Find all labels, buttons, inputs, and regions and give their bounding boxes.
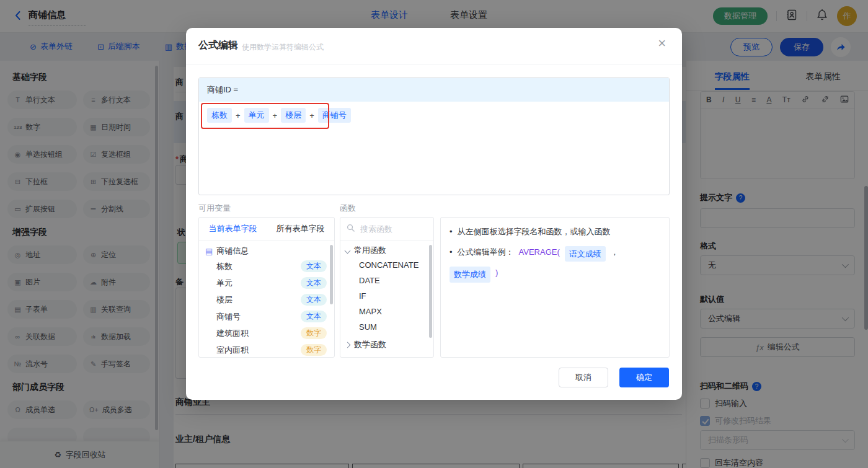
function-item[interactable]: DATE [340, 273, 433, 288]
modal-subtitle: 使用数学运算符编辑公式 [242, 42, 324, 53]
formula-edit-modal: 公式编辑 使用数学运算符编辑公式 × 商铺ID = 栋数 + 单元 + 楼层 +… [186, 28, 682, 400]
plus-operator: + [309, 111, 314, 120]
variables-group-row[interactable]: ▤ 商铺信息 [199, 241, 334, 258]
function-item[interactable]: CONCATENATE [340, 257, 433, 273]
functions-label: 函数 [340, 203, 356, 214]
help-tip-1: • 从左侧面板选择字段名和函数，或输入函数 [441, 218, 669, 238]
formula-target-label: 商铺ID = [207, 84, 238, 95]
function-search-input[interactable] [359, 224, 423, 234]
type-badge: 数字 [301, 327, 327, 339]
plus-operator: + [273, 111, 278, 120]
example-arg-chip: 数学成绩 [450, 267, 490, 283]
tab-current-form-fields[interactable]: 当前表单字段 [199, 218, 267, 240]
chevron-down-icon [345, 247, 351, 254]
variables-tabs: 当前表单字段 所有表单字段 [199, 218, 334, 241]
divider [186, 64, 682, 64]
type-badge: 数字 [301, 344, 327, 356]
type-badge: 文本 [301, 277, 327, 289]
example-function-name: AVERAGE( [519, 246, 560, 258]
functions-scrollbar[interactable] [429, 245, 432, 338]
variables-scrollbar[interactable] [330, 245, 333, 304]
functions-panel: 常用函数 CONCATENATE DATE IF MAPX SUM 数学函数 文… [340, 217, 434, 358]
function-group-math[interactable]: 数学函数 [340, 335, 433, 351]
formula-target-band: 商铺ID = [199, 78, 669, 102]
chevron-right-icon [345, 342, 351, 348]
confirm-button[interactable]: 确定 [619, 368, 669, 387]
variables-label: 可用变量 [198, 203, 231, 214]
plus-operator: + [236, 111, 241, 120]
formula-token[interactable]: 单元 [244, 108, 269, 123]
type-badge: 文本 [301, 260, 327, 272]
function-item[interactable]: MAPX [340, 304, 433, 319]
variable-row[interactable]: 楼层文本 [199, 291, 334, 308]
formula-editor-box[interactable]: 商铺ID = 栋数 + 单元 + 楼层 + 商铺号 [198, 77, 670, 195]
variable-row[interactable]: 建筑面积数字 [199, 325, 334, 342]
document-icon: ▤ [205, 247, 213, 256]
function-group-common[interactable]: 常用函数 [340, 241, 433, 257]
example-arg-chip: 语文成绩 [565, 246, 606, 262]
function-item[interactable]: SUM [340, 319, 433, 335]
formula-token[interactable]: 栋数 [207, 108, 232, 123]
formula-token[interactable]: 楼层 [281, 108, 306, 123]
variable-row[interactable]: 商铺号文本 [199, 308, 334, 325]
app: 商铺信息 表单设计 表单设置 数据管理 作 ⊘ 表单外链 ⊡ [0, 0, 868, 468]
close-icon[interactable]: × [658, 37, 666, 50]
variable-row[interactable]: 栋数文本 [199, 258, 334, 275]
formula-token[interactable]: 商铺号 [318, 108, 351, 123]
help-tip-2: • 公式编辑举例： AVERAGE( 语文成绩 ， 数学成绩 ) [441, 238, 669, 283]
type-badge: 文本 [301, 311, 327, 322]
function-item[interactable]: IF [340, 288, 433, 304]
formula-help-panel: • 从左侧面板选择字段名和函数，或输入函数 • 公式编辑举例： AVERAGE(… [440, 217, 670, 358]
variables-panel: 当前表单字段 所有表单字段 ▤ 商铺信息 栋数文本 单元文本 楼层文本 商铺号文… [198, 217, 335, 358]
formula-expression: 栋数 + 单元 + 楼层 + 商铺号 [207, 108, 351, 123]
search-icon [347, 223, 355, 234]
variable-row[interactable]: 单元文本 [199, 275, 334, 291]
variable-row[interactable]: 室内面积数字 [199, 342, 334, 358]
function-group-text[interactable]: 文本函数 [340, 351, 433, 358]
cancel-button[interactable]: 取消 [559, 368, 608, 387]
tab-all-form-fields[interactable]: 所有表单字段 [267, 218, 334, 240]
type-badge: 文本 [301, 294, 327, 306]
function-search [340, 218, 433, 241]
modal-title: 公式编辑 [198, 39, 238, 52]
